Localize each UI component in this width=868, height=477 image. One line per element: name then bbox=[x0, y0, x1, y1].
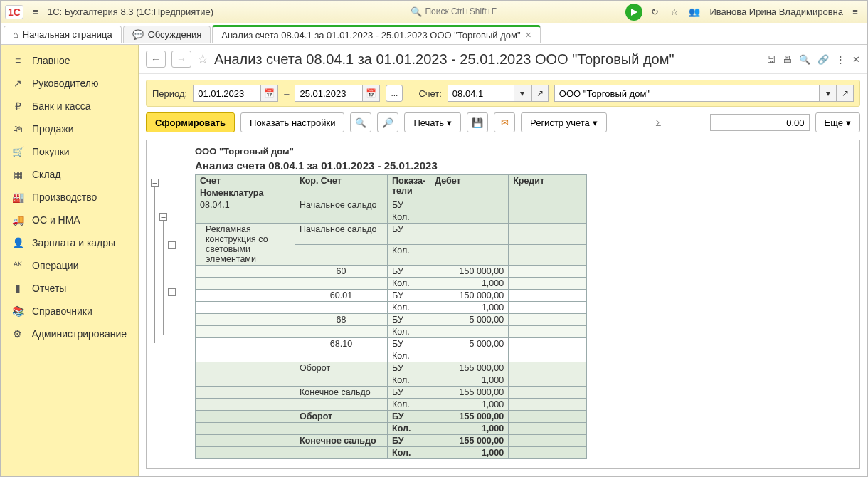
account-input[interactable] bbox=[448, 85, 514, 102]
sidebar-item-5[interactable]: ▦Склад bbox=[1, 163, 138, 186]
register-button[interactable]: Регистр учета ▾ bbox=[521, 112, 607, 132]
form-button[interactable]: Сформировать bbox=[146, 112, 235, 132]
table-row[interactable]: 08.04.1Начальное сальдоБУ bbox=[196, 199, 587, 211]
table-row[interactable]: Кол.1,000 bbox=[196, 374, 587, 387]
menu-icon[interactable]: ≡ bbox=[28, 4, 43, 20]
back-button[interactable]: ← bbox=[146, 51, 166, 68]
user-icon[interactable]: 👥 bbox=[687, 4, 702, 20]
sidebar-item-10[interactable]: ▮Отчеты bbox=[1, 277, 138, 300]
table-row[interactable]: Кол. bbox=[196, 326, 587, 338]
sum-input[interactable] bbox=[710, 114, 810, 131]
sidebar-item-12[interactable]: ⚙Администрирование bbox=[1, 323, 138, 345]
table-row[interactable]: Кол.1,000 bbox=[196, 399, 587, 411]
close-content-icon[interactable]: ✕ bbox=[852, 54, 860, 65]
tab-start-label: Начальная страница bbox=[23, 29, 112, 40]
sidebar-item-6[interactable]: 🏭Производство bbox=[1, 186, 138, 209]
user-name: Иванова Ирина Владимировна bbox=[709, 6, 843, 17]
period-picker-button[interactable]: ... bbox=[386, 85, 403, 102]
logo-1c: 1С bbox=[5, 5, 23, 19]
sidebar-item-3[interactable]: 🛍Продажи bbox=[1, 117, 138, 140]
nav-icon: 🏭 bbox=[12, 192, 23, 203]
nav-label: Администрирование bbox=[32, 328, 127, 340]
sidebar-item-2[interactable]: ₽Банк и касса bbox=[1, 95, 138, 117]
tab-report[interactable]: Анализ счета 08.04.1 за 01.01.2023 - 25.… bbox=[212, 25, 540, 43]
menu-dots-icon[interactable]: ⋮ bbox=[836, 54, 845, 65]
preview-icon[interactable]: 🔍 bbox=[799, 54, 810, 65]
org-input[interactable] bbox=[554, 85, 820, 102]
table-row[interactable]: Рекламная конструкция со световыми элеме… bbox=[196, 224, 587, 245]
table-row[interactable]: Кол.1,000 bbox=[196, 278, 587, 290]
calendar-to-icon[interactable]: 📅 bbox=[363, 85, 380, 102]
sidebar-item-0[interactable]: ≡Главное bbox=[1, 49, 138, 72]
org-open-icon[interactable]: ↗ bbox=[837, 85, 854, 102]
sidebar-item-11[interactable]: 📚Справочники bbox=[1, 300, 138, 323]
find-button[interactable]: 🔍 bbox=[350, 112, 371, 132]
print-button[interactable]: Печать ▾ bbox=[404, 112, 461, 132]
search-input[interactable] bbox=[425, 6, 618, 16]
account-open-icon[interactable]: ↗ bbox=[531, 85, 549, 102]
sidebar-item-8[interactable]: 👤Зарплата и кадры bbox=[1, 231, 138, 254]
search-icon: 🔍 bbox=[411, 6, 422, 17]
table-row[interactable]: 68БУ5 000,00 bbox=[196, 314, 587, 326]
table-row[interactable]: 68.10БУ5 000,00 bbox=[196, 338, 587, 350]
history-icon[interactable]: ↻ bbox=[647, 4, 662, 20]
global-search[interactable]: 🔍 bbox=[408, 5, 621, 19]
calendar-from-icon[interactable]: 📅 bbox=[261, 85, 278, 102]
table-row[interactable]: Кол.1,000 bbox=[196, 447, 587, 459]
sidebar-item-7[interactable]: 🚚ОС и НМА bbox=[1, 209, 138, 231]
table-row[interactable]: Кол.1,000 bbox=[196, 423, 587, 435]
nav-label: Покупки bbox=[32, 146, 70, 157]
nav-icon: ▦ bbox=[12, 169, 23, 180]
sidebar-item-4[interactable]: 🛒Покупки bbox=[1, 140, 138, 163]
more-icon[interactable]: ≡ bbox=[847, 4, 863, 20]
disk-button[interactable]: 💾 bbox=[467, 112, 488, 132]
save-icon[interactable]: 🖫 bbox=[766, 54, 776, 65]
table-row[interactable]: Кол.1,000 bbox=[196, 302, 587, 314]
date-to-input[interactable] bbox=[295, 85, 363, 102]
tab-discussions[interactable]: 💬 Обсуждения bbox=[123, 26, 211, 43]
nav-icon: 🛒 bbox=[12, 146, 23, 157]
nav-icon: ₽ bbox=[12, 100, 23, 112]
table-row[interactable]: ОборотБУ155 000,00 bbox=[196, 411, 587, 423]
close-icon[interactable]: ✕ bbox=[525, 31, 531, 40]
top-bar: 1С ≡ 1С: Бухгалтерия 8.3 (1С:Предприятие… bbox=[1, 1, 867, 23]
tree-node[interactable]: – bbox=[159, 213, 167, 221]
org-dropdown-icon[interactable]: ▾ bbox=[820, 85, 837, 102]
report-area[interactable]: – – – – ООО "Торговый дом" Анализ счета … bbox=[146, 140, 860, 469]
table-row[interactable]: Кол. bbox=[196, 211, 587, 224]
nav-icon: 🛍 bbox=[12, 123, 23, 135]
nav-label: Склад bbox=[32, 169, 61, 180]
find-next-button[interactable]: 🔎 bbox=[377, 112, 398, 132]
tab-start[interactable]: ⌂ Начальная страница bbox=[4, 26, 122, 43]
nav-label: Банк и касса bbox=[32, 100, 90, 112]
tree-node[interactable]: – bbox=[168, 288, 176, 296]
show-settings-button[interactable]: Показать настройки bbox=[240, 112, 344, 132]
table-row[interactable]: 60БУ150 000,00 bbox=[196, 266, 587, 278]
tree-node[interactable]: – bbox=[151, 179, 159, 187]
account-dropdown-icon[interactable]: ▾ bbox=[514, 85, 531, 102]
page-title: Анализ счета 08.04.1 за 01.01.2023 - 25.… bbox=[214, 51, 674, 68]
nav-icon: 📚 bbox=[12, 305, 23, 317]
table-row[interactable]: Конечное сальдоБУ155 000,00 bbox=[196, 435, 587, 447]
forward-button[interactable]: → bbox=[171, 51, 191, 68]
print-icon[interactable]: 🖶 bbox=[783, 54, 792, 65]
table-row[interactable]: 60.01БУ150 000,00 bbox=[196, 290, 587, 302]
th-ind: Показа-тели bbox=[388, 175, 430, 199]
mail-button[interactable]: ✉ bbox=[494, 112, 515, 132]
tabs-bar: ⌂ Начальная страница 💬 Обсуждения Анализ… bbox=[1, 23, 867, 45]
more-button[interactable]: Еще ▾ bbox=[815, 112, 860, 132]
sidebar-item-1[interactable]: ↗Руководителю bbox=[1, 72, 138, 95]
table-row[interactable]: Кол. bbox=[196, 350, 587, 362]
tab-discussions-label: Обсуждения bbox=[148, 29, 202, 40]
tree-node[interactable]: – bbox=[168, 241, 176, 249]
link-icon[interactable]: 🔗 bbox=[817, 54, 829, 65]
sidebar-item-9[interactable]: ᴬᴷОперации bbox=[1, 254, 138, 277]
table-row[interactable]: ОборотБУ155 000,00 bbox=[196, 362, 587, 374]
nav-label: Продажи bbox=[32, 123, 73, 135]
fav-icon[interactable]: ☆ bbox=[197, 51, 208, 67]
date-from-input[interactable] bbox=[193, 85, 261, 102]
play-button[interactable] bbox=[625, 4, 642, 21]
account-label: Счет: bbox=[418, 88, 441, 99]
table-row[interactable]: Конечное сальдоБУ155 000,00 bbox=[196, 387, 587, 399]
star-icon[interactable]: ☆ bbox=[667, 4, 682, 20]
